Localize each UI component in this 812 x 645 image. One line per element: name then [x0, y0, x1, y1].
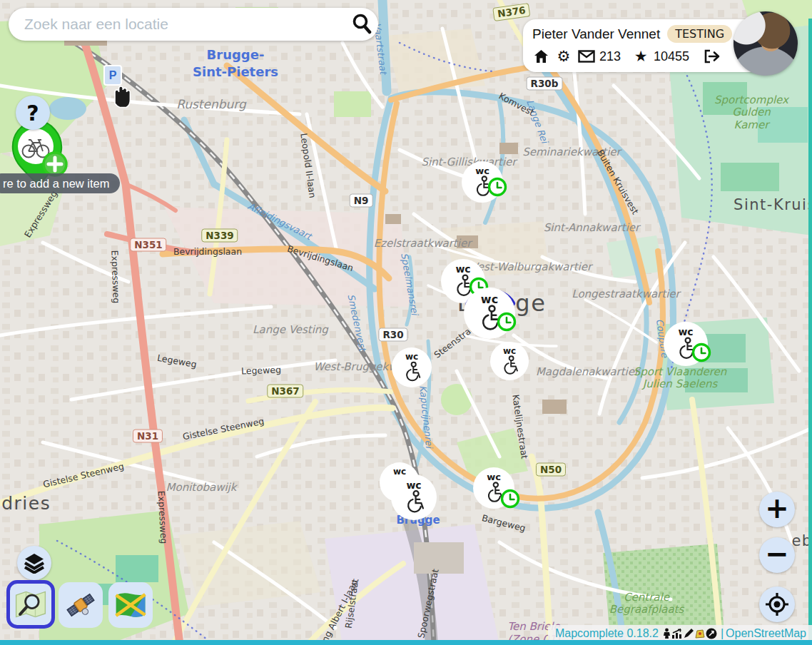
toilet-marker[interactable]: wc [479, 331, 539, 394]
opening-hours-clock-badge [502, 491, 519, 507]
toilet-marker[interactable]: wc [462, 457, 525, 522]
toilet-marker[interactable]: wc [653, 311, 719, 380]
location-search-bar [9, 8, 378, 41]
wc-label: wc [487, 472, 501, 482]
messages-count: 213 [599, 49, 621, 64]
osm-copyright-icon [706, 628, 717, 639]
satellite-icon [63, 589, 98, 621]
wc-label: wc [481, 293, 498, 306]
search-button[interactable] [345, 8, 378, 41]
search-input[interactable] [23, 15, 345, 34]
zoom-out-button[interactable]: − [759, 537, 795, 573]
wc-label: wc [406, 479, 421, 491]
opening-hours-clock-badge [694, 345, 710, 361]
osm-map-icon [13, 588, 49, 621]
statue-icon [662, 628, 671, 639]
background-switcher [9, 582, 153, 628]
star-icon: ★ [632, 48, 649, 65]
pencil-icon [683, 628, 694, 639]
help-button[interactable]: ? [16, 96, 50, 130]
search-icon [350, 12, 374, 36]
layers-button[interactable] [17, 546, 51, 580]
zoom-in-button[interactable]: + [759, 492, 795, 527]
background-option-map[interactable] [108, 582, 153, 628]
background-option-osm[interactable] [6, 580, 55, 629]
gear-icon[interactable]: ⚙ [555, 48, 572, 65]
testing-badge: TESTING [667, 25, 732, 43]
attribution-icons [662, 628, 717, 639]
opening-hours-clock-badge [489, 179, 506, 195]
opening-hours-clock-badge [499, 314, 515, 330]
messages-icon[interactable] [578, 48, 595, 65]
openstreetmap-link[interactable]: OpenStreetMap [726, 627, 806, 640]
flag-map-icon [113, 589, 148, 621]
layers-icon [23, 552, 46, 574]
wc-label: wc [678, 326, 693, 337]
wc-label: wc [405, 352, 418, 362]
home-icon[interactable] [532, 48, 549, 65]
geolocate-button[interactable] [759, 586, 795, 622]
stats-icon [671, 629, 683, 639]
hand-cursor-icon [108, 82, 134, 113]
changesets-count: 10455 [654, 49, 689, 64]
community-icon [694, 629, 706, 639]
crosshair-icon [765, 592, 789, 616]
mapcomplete-version-link[interactable]: Mapcomplete 0.18.2 [555, 627, 659, 640]
wc-label: wc [503, 346, 516, 356]
logout-icon[interactable] [704, 48, 721, 65]
wc-label: wc [475, 166, 489, 176]
attribution-separator: | [721, 627, 724, 640]
wc-label: wc [455, 263, 470, 275]
toilet-marker[interactable]: wc [381, 337, 442, 401]
toilet-marker[interactable]: wc [451, 151, 514, 216]
user-name: Pieter Vander Vennet [532, 26, 660, 42]
toilet-marker[interactable]: wc [380, 464, 447, 534]
right-accent-bar [808, 19, 812, 645]
user-avatar[interactable] [734, 11, 798, 76]
add-item-tooltip: re to add a new item [0, 173, 120, 193]
tooltip-text: re to add a new item [3, 177, 110, 191]
bottom-accent-bar [0, 640, 812, 645]
background-option-satellite[interactable] [59, 582, 103, 628]
